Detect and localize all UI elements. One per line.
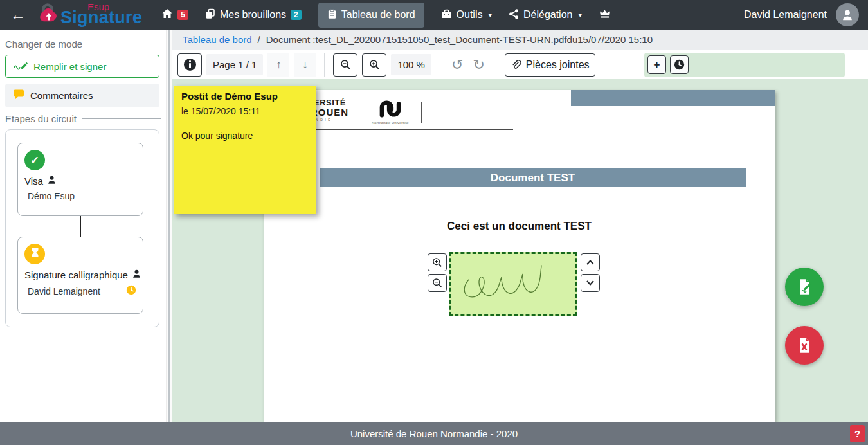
refuse-button[interactable] (785, 326, 824, 365)
partner-caption: Normandie Université (372, 121, 409, 125)
nav-user-area: David Lemaignent (744, 3, 859, 26)
toolbox-icon (441, 8, 452, 21)
divider (604, 53, 604, 77)
plus-icon: + (654, 59, 660, 71)
home-badge: 5 (177, 10, 188, 20)
steps-section-title: Etapes du circuit (5, 113, 161, 124)
top-navbar: ← Esup Signature 5 Mes brouillons 2 (0, 0, 868, 30)
chevron-down-icon: ▾ (488, 11, 492, 19)
document-title: Document TEST (491, 172, 575, 185)
workflow-step-visa[interactable]: ✓ Visa Démo Esup (17, 143, 143, 216)
nav-tools[interactable]: Outils ▾ (441, 8, 492, 21)
page-indicator: Page 1 / 1 (206, 54, 263, 75)
comments-button[interactable]: Commentaires (5, 84, 159, 107)
document-top-band (571, 90, 775, 106)
nav-dashboard[interactable]: Tableau de bord (318, 3, 424, 28)
chevron-down-icon (586, 280, 595, 286)
zoom-in-button[interactable] (362, 53, 386, 77)
magnifier-plus-icon (432, 257, 442, 268)
zoom-out-button[interactable] (333, 53, 357, 77)
viewer-toolbar: Page 1 / 1 ↑ ↓ 100 % ↺ ↻ Pièces jointes … (172, 50, 868, 79)
signature-pen-icon (14, 60, 28, 72)
divider (87, 44, 161, 44)
help-button[interactable]: ? (850, 425, 865, 442)
nav-delegation[interactable]: Délégation ▾ (509, 8, 582, 22)
step-title: Signature calligraphique (24, 269, 128, 280)
divider (440, 53, 440, 77)
nav-admin[interactable] (599, 8, 611, 21)
nav-delegation-label: Délégation (523, 9, 573, 21)
signature-zoom-out-button[interactable] (428, 274, 447, 292)
nav-home[interactable]: 5 (161, 8, 188, 21)
crown-icon (599, 8, 611, 21)
redo-icon: ↻ (473, 57, 484, 73)
pending-clock-icon (126, 285, 136, 297)
interlocked-logo-icon (376, 100, 404, 118)
step-user-name: Démo Esup (28, 191, 75, 201)
breadcrumb-dashboard-link[interactable]: Tableau de bord (183, 34, 252, 45)
workflow-step-signature[interactable]: Signature calligraphique David Lemaignen… (17, 237, 143, 314)
sidebar-scrollbar[interactable] (166, 30, 172, 422)
comment-bubble-icon (13, 89, 24, 102)
steps-section-label: Etapes du circuit (5, 113, 77, 124)
signature-move-down-button[interactable] (581, 274, 600, 292)
history-button[interactable] (670, 55, 689, 74)
arrow-up-icon: ↑ (276, 59, 282, 71)
divider (496, 53, 496, 77)
add-button[interactable]: + (647, 55, 666, 74)
signature-zoom-in-button[interactable] (428, 253, 447, 271)
nav-tools-label: Outils (457, 9, 483, 21)
file-signature-icon (795, 278, 813, 296)
postit-date: le 15/07/2020 15:11 (181, 106, 309, 116)
fill-and-sign-button[interactable]: Remplir et signer (5, 55, 159, 78)
step-title: Visa (24, 176, 43, 186)
postit-note[interactable]: Postit de Démo Esup le 15/07/2020 15:11 … (174, 86, 316, 214)
attachments-button[interactable]: Pièces jointes (505, 53, 595, 77)
back-arrow-icon[interactable]: ← (10, 6, 26, 24)
attachments-label: Pièces jointes (526, 59, 590, 71)
step-pending-badge (24, 244, 45, 264)
step-completed-badge: ✓ (24, 150, 45, 170)
document-body-text: Ceci est un document TEST (264, 220, 775, 233)
scrollbar-thumb[interactable] (168, 30, 170, 422)
signature-drop-zone[interactable] (449, 252, 577, 316)
undo-icon: ↺ (451, 57, 463, 73)
magnifier-plus-icon (369, 59, 380, 70)
mode-section-title: Changer de mode (5, 39, 161, 50)
step-title-row: Signature calligraphique (24, 269, 136, 280)
arrow-down-icon: ↓ (302, 59, 308, 71)
rotate-left-button[interactable]: ↺ (449, 57, 466, 73)
zoom-level: 100 % (391, 54, 431, 75)
step-user-name: David Lemaignent (28, 286, 100, 296)
clipboard-icon (327, 8, 337, 22)
breadcrumb: Tableau de bord / Document :test_DL_2020… (172, 30, 868, 50)
rotate-right-button[interactable]: ↻ (470, 57, 487, 73)
step-connector (80, 216, 81, 237)
app-logo[interactable]: Esup Signature (35, 1, 142, 28)
share-icon (509, 8, 519, 22)
avatar[interactable] (836, 3, 859, 26)
signature-move-up-button[interactable] (581, 253, 600, 271)
user-icon (132, 269, 141, 280)
next-page-button[interactable]: ↓ (294, 53, 316, 77)
step-title-row: Visa (24, 175, 136, 186)
breadcrumb-current: Document :test_DL_20200715151050_test_Do… (266, 34, 653, 45)
logo-separator (421, 102, 422, 123)
document-title-band: Document TEST (320, 168, 746, 187)
workflow-steps-card: ✓ Visa Démo Esup Signature calligraphiqu… (5, 129, 159, 327)
app-logo-text: Esup Signature (60, 2, 142, 28)
info-button[interactable] (177, 53, 202, 77)
sign-button[interactable] (785, 268, 824, 306)
previous-page-button[interactable]: ↑ (267, 53, 289, 77)
home-icon (161, 8, 173, 21)
signature-move-controls (581, 253, 600, 292)
pdf-page: UNIVERSITÉ DE ROUEN NORMANDIE Normandie … (264, 90, 775, 422)
drafts-badge: 2 (291, 10, 302, 20)
step-user-row: David Lemaignent (24, 285, 136, 297)
breadcrumb-separator: / (258, 34, 260, 45)
nav-drafts[interactable]: Mes brouillons 2 (205, 8, 302, 22)
postit-message: Ok pour signature (181, 131, 309, 141)
clock-icon (674, 59, 685, 70)
left-sidebar: Changer de mode Remplir et signer Commen… (0, 30, 166, 422)
file-x-icon (795, 336, 813, 354)
